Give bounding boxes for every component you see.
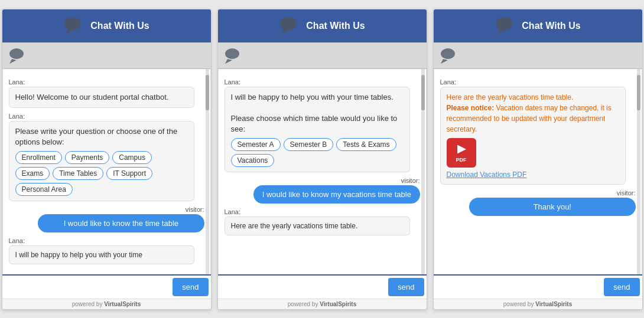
chat-body-2[interactable]: Lana: I will be happy to help you with y… <box>218 69 427 274</box>
powered-by-2: powered by VirtualSpirits <box>218 299 427 309</box>
svg-marker-1 <box>66 29 73 34</box>
svg-point-6 <box>225 48 239 59</box>
svg-marker-7 <box>225 59 232 64</box>
chat-bubble-icon-2 <box>279 15 300 37</box>
chat-header-3: Chat With Us <box>434 9 642 42</box>
option-payments[interactable]: Payments <box>65 151 109 164</box>
send-button-2[interactable]: send <box>388 278 424 296</box>
avatar-icon-1 <box>8 46 27 65</box>
pdf-icon-inner: ▶ PDF <box>456 142 467 164</box>
chat-subheader-2 <box>218 42 427 69</box>
bot-bubble-3a: Here are the yearly vacations time table… <box>440 87 626 185</box>
chat-widget-1: Chat With Us Lana: Hello! Welcome to our… <box>2 9 212 310</box>
widgets-container: Chat With Us Lana: Hello! Welcome to our… <box>0 3 644 316</box>
svg-marker-9 <box>497 29 504 34</box>
bot-bubble-2a: I will be happy to help you with your ti… <box>225 87 410 173</box>
bot-text-1b: Please write your question or choose one… <box>15 126 188 147</box>
option-buttons-2: Semester A Semester B Tests & Exams Vaca… <box>231 138 404 167</box>
chat-footer-2: send <box>218 274 427 299</box>
partial-bubble-1: I will be happy to help you with your ti… <box>9 245 194 264</box>
sender-lana-1a: Lana: <box>9 78 204 86</box>
chat-subheader-1 <box>2 42 211 69</box>
bot-bubble-1a: Hello! Welcome to our student portal cha… <box>9 87 194 108</box>
chat-footer-3: send <box>434 274 642 299</box>
bot-text-3a: Here are the yearly vacations time table… <box>447 92 619 135</box>
send-button-1[interactable]: send <box>173 278 208 296</box>
svg-marker-3 <box>9 59 17 64</box>
chat-widget-3: Chat With Us Lana: Here are the yearly v… <box>433 9 643 310</box>
sender-lana-1c: Lana: <box>9 237 204 244</box>
sender-lana-1b: Lana: <box>9 113 204 120</box>
svg-point-4 <box>280 17 297 30</box>
visitor-bubble-2: I would like to know my vacations time t… <box>253 185 419 204</box>
powered-by-3: powered by VirtualSpirits <box>434 299 642 309</box>
bot-bubble-1b: Please write your question or choose one… <box>9 121 194 201</box>
svg-marker-11 <box>441 59 448 64</box>
chat-header-1: Chat With Us <box>2 9 211 42</box>
bot-text-2a: I will be happy to help you with your ti… <box>231 92 404 135</box>
avatar-icon-2 <box>224 46 243 65</box>
option-campus[interactable]: Campus <box>112 151 152 164</box>
visitor-bubble-3: Thank you! <box>469 198 635 216</box>
option-exams[interactable]: Exams <box>15 167 50 180</box>
sender-lana-2a: Lana: <box>225 78 420 86</box>
option-enrollment[interactable]: Enrollment <box>15 151 62 164</box>
header-title-2: Chat With Us <box>306 21 365 31</box>
svg-point-10 <box>441 48 455 59</box>
chat-body-1[interactable]: Lana: Hello! Welcome to our student port… <box>2 69 211 274</box>
chat-header-2: Chat With Us <box>218 9 427 42</box>
chat-body-3[interactable]: Lana: Here are the yearly vacations time… <box>434 69 642 274</box>
svg-marker-5 <box>281 29 288 34</box>
header-title-3: Chat With Us <box>522 21 580 31</box>
pdf-icon[interactable]: ▶ PDF <box>447 138 476 168</box>
chat-input-1[interactable] <box>2 276 171 299</box>
header-title-1: Chat With Us <box>90 21 149 31</box>
pdf-arrow: ▶ <box>457 142 466 156</box>
download-vacations-link[interactable]: Download Vacations PDF <box>447 170 619 180</box>
option-personal-area[interactable]: Personal Area <box>15 183 73 196</box>
chat-bubble-icon-3 <box>495 15 516 37</box>
partial-bubble-2: Here are the yearly vacations time table… <box>225 217 410 235</box>
avatar-icon-3 <box>440 46 458 65</box>
visitor-label-1: visitor: <box>9 206 204 213</box>
svg-point-2 <box>9 48 24 59</box>
chat-widget-2: Chat With Us Lana: I will be happy to he… <box>217 9 427 310</box>
powered-by-1: powered by VirtualSpirits <box>2 299 211 309</box>
option-semester-a[interactable]: Semester A <box>231 138 281 151</box>
sender-lana-3a: Lana: <box>440 78 636 86</box>
chat-footer-1: send <box>2 274 211 299</box>
visitor-label-3: visitor: <box>440 189 636 196</box>
visitor-bubble-1: I would like to know the time table <box>38 214 204 232</box>
option-buttons-1: Enrollment Payments Campus Exams Time Ta… <box>15 151 188 196</box>
svg-point-0 <box>64 17 81 30</box>
svg-point-8 <box>496 17 512 30</box>
chat-input-2[interactable] <box>218 276 386 299</box>
chat-input-3[interactable] <box>434 276 602 299</box>
option-tests-exams[interactable]: Tests & Exams <box>336 138 396 151</box>
sender-lana-2b: Lana: <box>225 208 420 215</box>
send-button-3[interactable]: send <box>604 278 639 296</box>
option-vacations[interactable]: Vacations <box>231 154 275 167</box>
option-it-support[interactable]: IT Support <box>106 167 152 180</box>
chat-subheader-3 <box>434 42 642 69</box>
visitor-label-2: visitor: <box>225 177 420 184</box>
option-semester-b[interactable]: Semester B <box>284 138 334 151</box>
chat-bubble-icon-1 <box>63 15 84 37</box>
option-time-tables[interactable]: Time Tables <box>53 167 103 180</box>
pdf-label: PDF <box>456 156 467 164</box>
